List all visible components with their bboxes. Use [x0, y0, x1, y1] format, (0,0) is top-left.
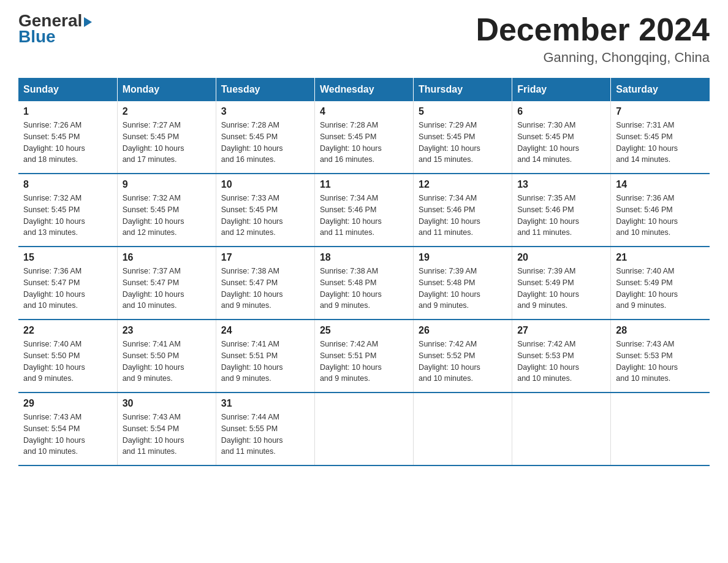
day-number: 22 — [23, 325, 112, 336]
day-info: Sunrise: 7:44 AM Sunset: 5:55 PM Dayligh… — [221, 412, 309, 458]
day-number: 4 — [320, 106, 408, 117]
day-info: Sunrise: 7:40 AM Sunset: 5:50 PM Dayligh… — [23, 339, 112, 385]
calendar-cell: 7 Sunrise: 7:31 AM Sunset: 5:45 PM Dayli… — [611, 101, 710, 174]
day-number: 30 — [123, 398, 211, 409]
day-number: 14 — [616, 179, 705, 190]
header-sunday: Sunday — [18, 78, 117, 101]
day-info: Sunrise: 7:33 AM Sunset: 5:45 PM Dayligh… — [221, 193, 309, 239]
day-info: Sunrise: 7:38 AM Sunset: 5:47 PM Dayligh… — [221, 266, 309, 312]
day-info: Sunrise: 7:40 AM Sunset: 5:49 PM Dayligh… — [616, 266, 705, 312]
calendar-cell: 30 Sunrise: 7:43 AM Sunset: 5:54 PM Dayl… — [117, 393, 216, 465]
calendar-cell: 2 Sunrise: 7:27 AM Sunset: 5:45 PM Dayli… — [117, 101, 216, 174]
day-number: 27 — [517, 325, 605, 336]
calendar-cell: 5 Sunrise: 7:29 AM Sunset: 5:45 PM Dayli… — [414, 101, 512, 174]
day-number: 18 — [320, 252, 408, 263]
logo: General Blue — [18, 12, 92, 45]
day-info: Sunrise: 7:32 AM Sunset: 5:45 PM Dayligh… — [23, 193, 112, 239]
calendar-cell — [611, 393, 710, 465]
calendar-cell: 24 Sunrise: 7:41 AM Sunset: 5:51 PM Dayl… — [216, 320, 314, 393]
calendar-cell — [314, 393, 413, 465]
calendar-cell: 26 Sunrise: 7:42 AM Sunset: 5:52 PM Dayl… — [414, 320, 512, 393]
calendar-cell: 11 Sunrise: 7:34 AM Sunset: 5:46 PM Dayl… — [314, 174, 413, 247]
calendar-cell: 14 Sunrise: 7:36 AM Sunset: 5:46 PM Dayl… — [611, 174, 710, 247]
calendar-cell — [414, 393, 512, 465]
day-number: 29 — [23, 398, 112, 409]
calendar-cell: 27 Sunrise: 7:42 AM Sunset: 5:53 PM Dayl… — [512, 320, 611, 393]
day-number: 1 — [23, 106, 112, 117]
day-number: 26 — [419, 325, 507, 336]
day-number: 6 — [517, 106, 605, 117]
page-header: General Blue December 2024 Ganning, Chon… — [18, 12, 710, 66]
day-number: 19 — [419, 252, 507, 263]
calendar-cell: 29 Sunrise: 7:43 AM Sunset: 5:54 PM Dayl… — [18, 393, 117, 465]
day-info: Sunrise: 7:32 AM Sunset: 5:45 PM Dayligh… — [123, 193, 211, 239]
calendar-cell: 19 Sunrise: 7:39 AM Sunset: 5:48 PM Dayl… — [414, 247, 512, 320]
calendar-header-row: SundayMondayTuesdayWednesdayThursdayFrid… — [18, 78, 710, 101]
calendar-cell: 3 Sunrise: 7:28 AM Sunset: 5:45 PM Dayli… — [216, 101, 314, 174]
day-number: 7 — [616, 106, 705, 117]
calendar-cell: 18 Sunrise: 7:38 AM Sunset: 5:48 PM Dayl… — [314, 247, 413, 320]
day-info: Sunrise: 7:37 AM Sunset: 5:47 PM Dayligh… — [123, 266, 211, 312]
calendar-cell: 4 Sunrise: 7:28 AM Sunset: 5:45 PM Dayli… — [314, 101, 413, 174]
calendar-cell: 28 Sunrise: 7:43 AM Sunset: 5:53 PM Dayl… — [611, 320, 710, 393]
calendar-cell: 21 Sunrise: 7:40 AM Sunset: 5:49 PM Dayl… — [611, 247, 710, 320]
location-title: Ganning, Chongqing, China — [476, 50, 710, 66]
day-number: 3 — [221, 106, 309, 117]
calendar-cell: 6 Sunrise: 7:30 AM Sunset: 5:45 PM Dayli… — [512, 101, 611, 174]
calendar-cell: 13 Sunrise: 7:35 AM Sunset: 5:46 PM Dayl… — [512, 174, 611, 247]
day-number: 25 — [320, 325, 408, 336]
week-row-2: 8 Sunrise: 7:32 AM Sunset: 5:45 PM Dayli… — [18, 174, 710, 247]
day-number: 20 — [517, 252, 605, 263]
day-info: Sunrise: 7:42 AM Sunset: 5:52 PM Dayligh… — [419, 339, 507, 385]
day-info: Sunrise: 7:42 AM Sunset: 5:51 PM Dayligh… — [320, 339, 408, 385]
day-info: Sunrise: 7:35 AM Sunset: 5:46 PM Dayligh… — [517, 193, 605, 239]
day-number: 17 — [221, 252, 309, 263]
calendar-cell: 20 Sunrise: 7:39 AM Sunset: 5:49 PM Dayl… — [512, 247, 611, 320]
week-row-4: 22 Sunrise: 7:40 AM Sunset: 5:50 PM Dayl… — [18, 320, 710, 393]
week-row-1: 1 Sunrise: 7:26 AM Sunset: 5:45 PM Dayli… — [18, 101, 710, 174]
month-title: December 2024 — [476, 12, 710, 47]
day-info: Sunrise: 7:29 AM Sunset: 5:45 PM Dayligh… — [419, 120, 507, 166]
calendar-cell: 16 Sunrise: 7:37 AM Sunset: 5:47 PM Dayl… — [117, 247, 216, 320]
day-number: 11 — [320, 179, 408, 190]
calendar-cell: 22 Sunrise: 7:40 AM Sunset: 5:50 PM Dayl… — [18, 320, 117, 393]
day-number: 5 — [419, 106, 507, 117]
day-info: Sunrise: 7:27 AM Sunset: 5:45 PM Dayligh… — [123, 120, 211, 166]
day-info: Sunrise: 7:28 AM Sunset: 5:45 PM Dayligh… — [320, 120, 408, 166]
calendar-cell: 17 Sunrise: 7:38 AM Sunset: 5:47 PM Dayl… — [216, 247, 314, 320]
day-number: 15 — [23, 252, 112, 263]
calendar-cell: 12 Sunrise: 7:34 AM Sunset: 5:46 PM Dayl… — [414, 174, 512, 247]
day-info: Sunrise: 7:39 AM Sunset: 5:49 PM Dayligh… — [517, 266, 605, 312]
header-monday: Monday — [117, 78, 216, 101]
title-section: December 2024 Ganning, Chongqing, China — [476, 12, 710, 66]
header-thursday: Thursday — [414, 78, 512, 101]
header-wednesday: Wednesday — [314, 78, 413, 101]
day-number: 16 — [123, 252, 211, 263]
day-number: 21 — [616, 252, 705, 263]
calendar-cell: 15 Sunrise: 7:36 AM Sunset: 5:47 PM Dayl… — [18, 247, 117, 320]
day-number: 23 — [123, 325, 211, 336]
calendar-cell: 31 Sunrise: 7:44 AM Sunset: 5:55 PM Dayl… — [216, 393, 314, 465]
day-info: Sunrise: 7:43 AM Sunset: 5:53 PM Dayligh… — [616, 339, 705, 385]
calendar-cell: 8 Sunrise: 7:32 AM Sunset: 5:45 PM Dayli… — [18, 174, 117, 247]
day-number: 31 — [221, 398, 309, 409]
day-info: Sunrise: 7:31 AM Sunset: 5:45 PM Dayligh… — [616, 120, 705, 166]
header-friday: Friday — [512, 78, 611, 101]
day-info: Sunrise: 7:36 AM Sunset: 5:46 PM Dayligh… — [616, 193, 705, 239]
day-number: 9 — [123, 179, 211, 190]
calendar-cell: 25 Sunrise: 7:42 AM Sunset: 5:51 PM Dayl… — [314, 320, 413, 393]
day-info: Sunrise: 7:43 AM Sunset: 5:54 PM Dayligh… — [123, 412, 211, 458]
day-info: Sunrise: 7:43 AM Sunset: 5:54 PM Dayligh… — [23, 412, 112, 458]
day-info: Sunrise: 7:34 AM Sunset: 5:46 PM Dayligh… — [320, 193, 408, 239]
day-info: Sunrise: 7:30 AM Sunset: 5:45 PM Dayligh… — [517, 120, 605, 166]
calendar-cell: 1 Sunrise: 7:26 AM Sunset: 5:45 PM Dayli… — [18, 101, 117, 174]
week-row-3: 15 Sunrise: 7:36 AM Sunset: 5:47 PM Dayl… — [18, 247, 710, 320]
header-tuesday: Tuesday — [216, 78, 314, 101]
day-number: 8 — [23, 179, 112, 190]
calendar-cell — [512, 393, 611, 465]
day-info: Sunrise: 7:26 AM Sunset: 5:45 PM Dayligh… — [23, 120, 112, 166]
calendar-cell: 23 Sunrise: 7:41 AM Sunset: 5:50 PM Dayl… — [117, 320, 216, 393]
logo-blue: Blue — [18, 28, 56, 45]
calendar-table: SundayMondayTuesdayWednesdayThursdayFrid… — [18, 78, 710, 466]
day-number: 28 — [616, 325, 705, 336]
